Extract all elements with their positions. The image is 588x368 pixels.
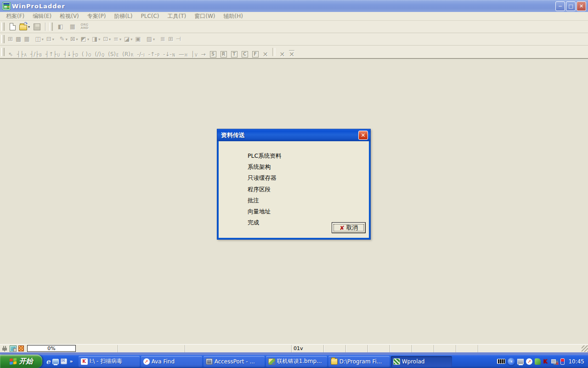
- ladder-element-button[interactable]: │ V: [190, 46, 198, 58]
- ladder-element-button[interactable]: -/- I: [136, 46, 146, 58]
- dropdown-arrow-icon[interactable]: ▾: [119, 37, 121, 41]
- task-button[interactable]: 联机错误1.bmp...: [266, 356, 327, 367]
- ladder-element-button[interactable]: S: [209, 46, 218, 58]
- ladder-element-button[interactable]: ✕: [278, 46, 286, 58]
- task-button[interactable]: ▤ AccessPort - ...: [204, 356, 265, 367]
- dropdown-arrow-icon[interactable]: ▾: [87, 37, 89, 41]
- ladder-element-button[interactable]: ┤/├ B: [29, 46, 43, 58]
- menu-item[interactable]: 阶梯(L): [110, 12, 136, 21]
- toolbar-button[interactable]: ◪ ▾: [123, 34, 134, 44]
- dropdown-arrow-icon[interactable]: ▾: [130, 37, 132, 41]
- kaspersky-tray-icon[interactable]: [543, 358, 549, 365]
- toolbar-button[interactable]: ✎ ▾: [58, 34, 69, 44]
- toolbar-button[interactable]: ▣ ▾: [134, 34, 142, 44]
- ladder-element-button[interactable]: →: [200, 46, 207, 58]
- avafind-tray-icon[interactable]: ➚: [526, 358, 532, 365]
- toolbar-button[interactable]: ◨ ▾: [90, 34, 102, 44]
- dropdown-arrow-icon[interactable]: ▾: [109, 37, 111, 41]
- ladder-element-button[interactable]: ┤↑├ U: [45, 46, 61, 58]
- toolbar-button[interactable]: ⊟ ▾: [45, 34, 56, 44]
- toolbar-button[interactable]: ⊡ ▾: [102, 34, 112, 44]
- plc-tool-button[interactable]: ▦: [67, 22, 78, 32]
- dropdown-arrow-icon[interactable]: ▾: [98, 37, 100, 41]
- battery-tray-icon[interactable]: [560, 358, 565, 365]
- toolbar-button[interactable]: ⊞ ▾: [167, 34, 175, 44]
- dropdown-arrow-icon[interactable]: ▾: [42, 37, 44, 41]
- resize-grip[interactable]: [582, 345, 588, 352]
- toolbar-button[interactable]: ▦ ▾: [23, 34, 31, 44]
- ladder-element-button[interactable]: (R) R: [121, 46, 134, 58]
- ladder-element-button[interactable]: — H: [178, 46, 188, 58]
- run-state-icon[interactable]: [18, 345, 24, 351]
- ladder-element-button[interactable]: C: [241, 46, 249, 58]
- green-app-tray-icon[interactable]: [535, 358, 541, 365]
- task-button[interactable]: ➚ Ava Find: [141, 356, 202, 367]
- ladder-element-button[interactable]: ┤├ A: [16, 46, 28, 58]
- dropdown-arrow-icon[interactable]: ▾: [153, 37, 155, 41]
- dialog-close-button[interactable]: ✕: [358, 131, 368, 140]
- toolbar-button[interactable]: ▨ ▾: [145, 34, 156, 44]
- hide-tray-icons-chevron[interactable]: ‹: [508, 358, 515, 365]
- ladder-element-button[interactable]: (S) E: [107, 46, 119, 58]
- keyboard-layout-icon[interactable]: [497, 359, 505, 364]
- toolbar-grip[interactable]: [1, 48, 5, 56]
- menu-item[interactable]: 编辑(E): [28, 12, 56, 21]
- toolbar-button[interactable]: ▩ ▾: [14, 34, 23, 44]
- ladder-element-button[interactable]: ⇖: [7, 46, 14, 58]
- save-button[interactable]: [31, 22, 42, 32]
- menu-item[interactable]: PLC(C): [136, 12, 163, 20]
- org-and-button[interactable]: ORG AND: [79, 22, 90, 32]
- toolbar-button[interactable]: ◩ ▾: [79, 34, 90, 44]
- task-button[interactable]: Wprolad: [391, 356, 452, 367]
- toolbar-button[interactable]: ⊞ ▾: [6, 34, 14, 44]
- task-button[interactable]: D:\Program Fi...: [328, 356, 390, 367]
- ladder-element-button[interactable]: -↓- N: [162, 46, 176, 58]
- ladder-element-button[interactable]: F: [251, 46, 260, 58]
- open-dropdown-arrow[interactable]: ▾: [28, 25, 30, 29]
- toolbar-button[interactable]: ◫ ▾: [34, 34, 45, 44]
- minimize-button[interactable]: ─: [555, 1, 565, 11]
- ladder-symbol-icon: ┤↓├: [63, 51, 75, 58]
- ladder-element-button[interactable]: ┤↓├ D: [62, 46, 79, 58]
- quick-launch-overflow-chevron[interactable]: »: [70, 358, 73, 364]
- outlook-express-icon[interactable]: [61, 358, 67, 364]
- ladder-element-button[interactable]: (/) Q: [94, 46, 106, 58]
- new-file-button[interactable]: [7, 22, 18, 32]
- monitor-lock-icon[interactable]: [10, 345, 17, 352]
- menu-item[interactable]: 专案(P): [83, 12, 110, 21]
- ladder-element-button[interactable]: ( ) O: [81, 46, 92, 58]
- display-tray-icon[interactable]: [517, 359, 524, 364]
- maximize-button[interactable]: □: [566, 1, 576, 11]
- ladder-element-button[interactable]: [272, 48, 275, 56]
- show-desktop-icon[interactable]: [52, 359, 59, 364]
- menu-item[interactable]: 档案(F): [2, 12, 28, 21]
- plc-tool-button[interactable]: ◧: [55, 22, 66, 32]
- ladder-element-button[interactable]: ✕: [262, 46, 270, 58]
- toolbar-button[interactable]: ≣ ▾: [159, 34, 167, 44]
- cancel-button[interactable]: ✘ 取消: [332, 222, 366, 233]
- menu-item[interactable]: 窗口(W): [190, 12, 219, 21]
- menu-item[interactable]: 工具(T): [164, 12, 191, 21]
- menu-item[interactable]: 辅助(H): [219, 12, 247, 21]
- dropdown-arrow-icon[interactable]: ▾: [52, 37, 54, 41]
- menu-item[interactable]: 检视(V): [56, 12, 83, 21]
- toolbar-grip[interactable]: [50, 23, 53, 31]
- toolbar-grip[interactable]: [1, 23, 5, 31]
- connection-plug-icon[interactable]: [1, 345, 9, 352]
- close-button[interactable]: ✕: [577, 1, 586, 11]
- start-button[interactable]: 开始: [0, 355, 42, 368]
- dropdown-arrow-icon[interactable]: ▾: [76, 37, 78, 41]
- toolbar-button[interactable]: ⊣ ▾: [175, 34, 182, 44]
- network-disconnected-icon[interactable]: [551, 358, 558, 365]
- dropdown-arrow-icon[interactable]: ▾: [66, 37, 68, 41]
- internet-explorer-icon[interactable]: e: [46, 357, 51, 366]
- ladder-element-button[interactable]: R: [220, 46, 228, 58]
- ladder-element-button[interactable]: T: [230, 46, 239, 58]
- toolbar-grip[interactable]: [1, 35, 5, 43]
- ladder-element-button[interactable]: ✕: [288, 46, 296, 58]
- task-button[interactable]: K I:\ - 扫描病毒: [79, 356, 140, 367]
- ladder-element-button[interactable]: -↑- P: [147, 46, 161, 58]
- toolbar-button[interactable]: ≡ ▾: [112, 34, 123, 44]
- toolbar-button[interactable]: ⊠ ▾: [69, 34, 79, 44]
- open-file-button[interactable]: ▾: [19, 22, 30, 32]
